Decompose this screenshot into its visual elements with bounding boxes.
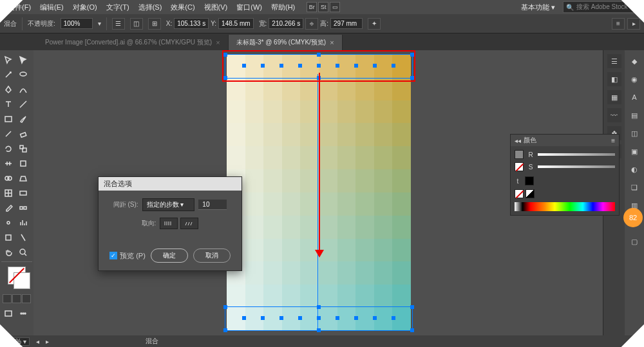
tint-swatch[interactable] [525, 176, 534, 185]
h-input[interactable]: 297 mm [330, 18, 363, 29]
tab-doc2[interactable]: 未标题-3* @ 69% (CMYK/预览)× [229, 35, 343, 50]
bw-swatch[interactable] [526, 189, 535, 198]
menu-select[interactable]: 选择(S) [135, 1, 166, 14]
spacing-select[interactable]: 指定的步数 ▾ [142, 198, 195, 211]
curve-tool[interactable] [16, 82, 30, 97]
appearance-icon[interactable]: ◐ [627, 162, 641, 176]
slice-tool[interactable] [16, 230, 30, 245]
properties-icon[interactable]: ☰ [607, 54, 621, 68]
rect-tool[interactable] [1, 112, 15, 126]
nav-prev-icon[interactable]: ◂ [36, 338, 39, 345]
perspective-tool[interactable] [16, 171, 30, 185]
swatches-icon[interactable]: ▦ [607, 90, 621, 104]
color-slider[interactable] [538, 165, 615, 168]
screen-mode[interactable] [1, 306, 15, 321]
gradient-tool[interactable] [16, 186, 30, 200]
workspace-switcher[interactable]: 基本功能 ▾ [517, 1, 559, 14]
transform-panel-icon[interactable]: ▣ [627, 144, 641, 158]
width-tool[interactable] [1, 156, 15, 171]
menu-window[interactable]: 窗口(W) [232, 1, 266, 14]
none-swatch[interactable] [515, 189, 524, 198]
orient-align-path[interactable] [180, 218, 198, 229]
panel-collapse-icon[interactable]: ◂◂ [515, 137, 521, 144]
menu-type[interactable]: 文字(T) [102, 1, 133, 14]
isolate-icon[interactable]: ✦ [368, 18, 381, 30]
pathfinder-icon[interactable]: ◫ [627, 126, 641, 140]
svg-point-12 [7, 221, 10, 224]
bridge-icon[interactable]: Br [307, 2, 317, 12]
artboard-tool[interactable] [1, 230, 15, 245]
panel-collapse-icon[interactable]: ▸ [627, 18, 640, 30]
opacity-input[interactable]: 100% [61, 18, 93, 29]
align-icon[interactable]: ☰ [112, 18, 125, 30]
shaper-tool[interactable] [1, 127, 15, 141]
selection-bottom[interactable] [225, 306, 413, 331]
edit-toolbar[interactable] [16, 306, 30, 321]
menu-view[interactable]: 视图(V) [200, 1, 232, 14]
svg-rect-13 [6, 235, 11, 240]
hand-tool[interactable] [1, 245, 15, 259]
draw-inside[interactable] [22, 294, 31, 303]
menu-edit[interactable]: 编辑(E) [36, 1, 68, 14]
document-tabs: Power Image [Converted].ai @ 66.67% (CMY… [0, 33, 644, 50]
cancel-button[interactable]: 取消 [193, 249, 231, 263]
artboards-icon[interactable]: ▢ [627, 234, 641, 249]
stock-icon[interactable]: St [318, 2, 328, 12]
free-transform-tool[interactable] [16, 156, 30, 171]
panel-toggle-icon[interactable]: ≡ [612, 18, 625, 30]
transform-icon[interactable]: ◫ [130, 18, 143, 30]
w-input[interactable]: 210.266 s [269, 18, 303, 29]
symbol-tool[interactable] [1, 216, 15, 230]
orient-align-page[interactable] [160, 218, 178, 229]
mesh-tool[interactable] [1, 186, 15, 200]
pen-tool[interactable] [1, 82, 15, 97]
blend-tool[interactable] [16, 201, 30, 215]
fill-swatch[interactable] [515, 150, 524, 159]
arrange-icon[interactable]: ▭ [330, 2, 340, 12]
draw-behind[interactable] [12, 294, 21, 303]
rotate-tool[interactable] [1, 142, 15, 156]
link-wh-icon[interactable]: ⎆ [305, 18, 318, 30]
ok-button[interactable]: 确定 [151, 249, 188, 263]
color-icon[interactable]: ◧ [607, 72, 621, 86]
menu-help[interactable]: 帮助(H) [267, 1, 299, 14]
scale-tool[interactable] [16, 142, 30, 156]
brush-tool[interactable] [16, 112, 30, 126]
eraser-tool[interactable] [16, 127, 30, 141]
color-slider[interactable] [538, 153, 615, 156]
learn-icon[interactable]: ◉ [627, 72, 641, 86]
tab-doc1[interactable]: Power Image [Converted].ai @ 66.67% (CMY… [37, 35, 229, 50]
fill-stroke-swatch[interactable] [8, 267, 26, 285]
y-input[interactable]: 148.5 mm [218, 18, 253, 29]
anchor-icon[interactable]: ⊞ [148, 18, 161, 30]
menu-object[interactable]: 对象(O) [69, 1, 101, 14]
preview-checkbox[interactable]: ✓预览 (P) [109, 251, 146, 261]
x-input[interactable]: 105.133 s [174, 18, 209, 29]
selection-tool[interactable] [1, 53, 15, 67]
eyedropper-tool[interactable] [1, 201, 15, 215]
type-tool[interactable] [1, 97, 15, 111]
nav-next-icon[interactable]: ▸ [46, 338, 49, 345]
menu-effect[interactable]: 效果(C) [167, 1, 198, 14]
control-bar: 混合 不透明度: 100% ▾ ☰ ◫ ⊞ X: 105.133 s Y: 14… [0, 14, 644, 33]
zoom-tool[interactable] [16, 245, 30, 259]
libraries-icon[interactable]: ◆ [627, 54, 641, 68]
line-tool[interactable] [16, 97, 30, 111]
steps-input[interactable]: 10 [198, 200, 227, 210]
brushes-icon[interactable]: 〰 [607, 108, 621, 122]
stroke-swatch[interactable] [515, 162, 524, 171]
close-icon[interactable]: × [216, 39, 220, 46]
spectrum-ramp[interactable] [515, 202, 615, 211]
panel-menu-icon[interactable]: ≡ [611, 137, 615, 144]
graph-tool[interactable] [16, 216, 30, 230]
wand-tool[interactable] [1, 68, 15, 82]
graphic-styles-icon[interactable]: ❏ [627, 180, 641, 194]
notification-badge[interactable]: 82 [623, 208, 643, 227]
shape-builder-tool[interactable] [1, 171, 15, 185]
lasso-tool[interactable] [16, 68, 30, 82]
align-panel-icon[interactable]: ▤ [627, 108, 641, 122]
direct-select-tool[interactable] [16, 53, 30, 67]
type-panel-icon[interactable]: A [627, 90, 641, 104]
draw-normal[interactable] [3, 294, 12, 303]
close-icon[interactable]: × [330, 39, 334, 46]
